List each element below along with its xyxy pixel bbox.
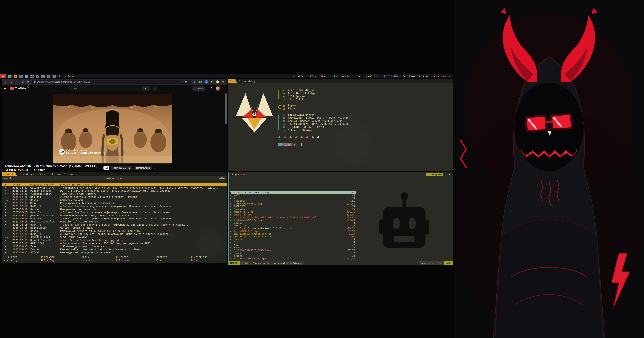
- mail-tab-1[interactable]: 2 whatsapp: [17, 172, 36, 176]
- search-button[interactable]: [142, 86, 150, 91]
- shortcut-move[interactable]: MMove: [154, 259, 191, 261]
- files-tab-0[interactable]: 1 Загрузки: [426, 173, 443, 176]
- mail-row[interactable]: ●2025-02-20Daniel ShnaiderWe Are Breakin…: [2, 189, 227, 192]
- workspace-terminal[interactable]: [8, 75, 12, 78]
- mail-row[interactable]: ●2025-02-20НеонилаЭкспресс-доставка груз…: [2, 195, 227, 198]
- terminal-tab-1[interactable]: 2 /h/z/blog: [238, 79, 258, 84]
- filter-chip-1[interactable]: From iNEGATIVE: [111, 166, 132, 170]
- bookmark-dropdown-icon[interactable]: ▾: [189, 80, 190, 83]
- workspace-downloads[interactable]: [42, 75, 45, 78]
- downloads-icon[interactable]: ⇓: [192, 80, 197, 84]
- mail-row[interactable]: ●2025-02-17Ozon.Ru⊠Срочно! Для Вас есть …: [2, 211, 227, 214]
- bookmark-icon[interactable]: ⚑: [185, 80, 187, 83]
- mail-tab-2[interactable]: 3 rss: [36, 172, 49, 176]
- search-input[interactable]: Search: [68, 86, 142, 91]
- file-row[interactable]: ▰1231132: [230, 222, 356, 224]
- mail-row[interactable]: ●2025-02-17Даниил СотниковБольшое обновл…: [2, 214, 227, 217]
- video-player[interactable]: ılıl Follow My Soundcloud EXEN RECORDS &…: [53, 94, 172, 163]
- workspace-chat[interactable]: [25, 75, 28, 78]
- mail-row[interactable]: ●2025-02-13Daniel Shnaider▥Your Warmy To…: [2, 239, 227, 242]
- browser-scrollbar[interactable]: [226, 93, 226, 124]
- mail-row[interactable]: ●2025-02-20YunoHost Forum[YunoHost Forum…: [2, 192, 227, 195]
- mail-tab-0[interactable]: 1 mail: [2, 172, 17, 176]
- forward-icon[interactable]: ›: [15, 80, 19, 84]
- file-row[interactable]: ▣GkFPR-GXUAACWSS.jpeg128,4K: [230, 202, 356, 205]
- yt-hamburger-icon[interactable]: ≡: [4, 87, 6, 90]
- rss-icon[interactable]: ◌: [178, 80, 180, 83]
- shortcut-refresh[interactable]: LRefresh: [154, 255, 191, 258]
- workspace-code[interactable]: [47, 75, 50, 78]
- reader-view-icon[interactable]: ▤▾: [26, 80, 30, 84]
- mail-row[interactable]: 2025-02-14OZON_RU✓Внимание! Для Вас есть…: [2, 232, 227, 235]
- chips-more-icon[interactable]: ›: [154, 166, 155, 170]
- mail-row[interactable]: ●14:35Медведев АндрейГлобальные торговые…: [2, 183, 227, 186]
- shortcut-othercmds[interactable]: OOtherCmds: [191, 255, 227, 258]
- workspace-windows[interactable]: [30, 75, 34, 78]
- terminal-tab-0[interactable]: 1 ~: [228, 79, 238, 84]
- url-bar[interactable]: https://www.youtube.com/watch?v=5b8A-jgx…: [32, 80, 191, 84]
- mail-tab-4[interactable]: 5 radio: [64, 172, 80, 176]
- workspace-files[interactable]: [19, 75, 22, 78]
- mail-row[interactable]: ●2025-02-13Лебедева ЮлияSOS! Нужна помощ…: [2, 235, 227, 239]
- shortcut-folders[interactable]: <Folders: [4, 255, 41, 258]
- keyboard-layout-module[interactable]: EN: [330, 75, 337, 78]
- mail-row[interactable]: 2025-02-14ЭльзаРеклама от первого лица, …: [2, 229, 227, 232]
- container-icon[interactable]: [215, 80, 220, 84]
- file-row[interactable]: ▶VID_20241130_092551.mp4151,3M: [230, 257, 356, 260]
- shortcut-nextmsg[interactable]: NNextMsg: [41, 259, 79, 261]
- shortcut-quit[interactable]: QQuit: [191, 259, 227, 261]
- shell-prompt[interactable]: ~1.46$: [278, 142, 350, 147]
- mail-row[interactable]: ●2025-02-15OzOn_RU!Срочно! Для Вас посту…: [2, 223, 227, 226]
- create-button[interactable]: +Create: [192, 86, 205, 91]
- file-row[interactable]: ▤oth_A_ardor-gaming-wakizashi_instrukcia…: [230, 216, 356, 219]
- mail-row[interactable]: ●2025-02-16Frances ConnollyDonation of $…: [2, 220, 227, 223]
- file-row[interactable]: ▰Cursors4: [230, 238, 356, 241]
- notification-module[interactable]: [434, 75, 436, 78]
- file-row[interactable]: ▣free-icon-bot-7167276.png7,4K: [230, 191, 356, 194]
- file-row[interactable]: ▰Буря0: [230, 246, 356, 249]
- file-row[interactable]: ▣image (17).jpg236,7K: [230, 211, 356, 213]
- yt-bell-button[interactable]: [209, 87, 212, 90]
- mail-row[interactable]: ●2025-02-18OZON_RU⊠Срочно! Для Вас посту…: [2, 205, 227, 208]
- file-row[interactable]: ▰sound2: [230, 252, 356, 254]
- mail-row[interactable]: ●2025-02-19Ольгаприведем заказы: [2, 198, 227, 201]
- file-row[interactable]: ▰Telegram205: [230, 199, 356, 202]
- workspace-monitor[interactable]: [58, 75, 61, 78]
- shortcut-viewmsg[interactable]: >ViewMsg: [4, 259, 41, 261]
- filter-chip-0[interactable]: All: [104, 166, 110, 170]
- file-row[interactable]: ▰TORRENTS35: [230, 205, 356, 208]
- volume-module[interactable]: 87%: [342, 75, 350, 78]
- mail-row[interactable]: 2025-02-16Ozon_Py!Важно! Для Вас поступи…: [2, 217, 227, 220]
- file-row[interactable]: ▣IMG_20250123_164440_015.jpg3,6M: [230, 235, 356, 238]
- file-row[interactable]: ▰gomuks10: [230, 254, 356, 257]
- url-text[interactable]: https://www.youtube.com/watch?v=5b8A-jgx…: [39, 81, 90, 83]
- file-row[interactable]: ▦Lens-FREE-1.3.zip32,9M: [230, 230, 356, 232]
- shortcut-prevmsg[interactable]: PPrevMsg: [41, 255, 79, 258]
- file-row[interactable]: ▰000-razobrat10: [230, 224, 356, 227]
- reload-icon[interactable]: ⟳: [20, 80, 25, 84]
- file-row[interactable]: ▣image (8).jpg212,4K: [230, 213, 356, 216]
- mic-button[interactable]: [152, 86, 158, 91]
- file-row[interactable]: ▣GkC0yLaXgAAP-H2.jpeg112,2K: [230, 219, 356, 222]
- sidebar-icon[interactable]: ▥: [198, 80, 203, 84]
- file-row[interactable]: ▰OLD0: [230, 241, 356, 243]
- file-row[interactable]: ▢MiniFuse1_Firmware_Update_1_5_0_212_win…: [230, 227, 356, 230]
- mail-row[interactable]: ●2025-02-11JETMAILВаш надежный подрядчик…: [2, 251, 227, 254]
- mail-row[interactable]: ●2025-02-22WILDBERRIES-INFO❖(ИЗВЕЩЕНИЕ #…: [2, 186, 227, 189]
- file-row[interactable]: ▰mp377: [230, 243, 356, 246]
- file-row[interactable]: ▰Пингвины16: [230, 208, 356, 211]
- file-row[interactable]: ▰VBOX45: [230, 194, 356, 197]
- mail-row[interactable]: ●2025-02-18ОксанаИнформация для директор…: [2, 208, 227, 211]
- mail-row[interactable]: ●2025-02-12Гала• Клиенты для вашего бизн…: [2, 245, 227, 248]
- mail-row[interactable]: ●2025-02-15Идите ЛесомЧетыре истории о л…: [2, 226, 227, 229]
- mail-tab-3[interactable]: 4 music: [49, 172, 64, 176]
- launcher-arch-logo[interactable]: [0, 74, 6, 78]
- mail-row[interactable]: ●2025-02-12ExodusExodus Wallet: New Veri…: [2, 248, 227, 251]
- ghost-module[interactable]: 0: [321, 75, 326, 78]
- shortcut-forward[interactable]: FForward: [79, 259, 116, 261]
- filter-chip-2[interactable]: Tomorrowland: [134, 166, 152, 170]
- yt-logo[interactable]: YouTube RU: [10, 87, 29, 90]
- file-row[interactable]: ▰X79: [230, 197, 356, 200]
- workspace-list[interactable]: [52, 75, 56, 78]
- files-tab-1[interactable]: 2 X: [444, 173, 452, 176]
